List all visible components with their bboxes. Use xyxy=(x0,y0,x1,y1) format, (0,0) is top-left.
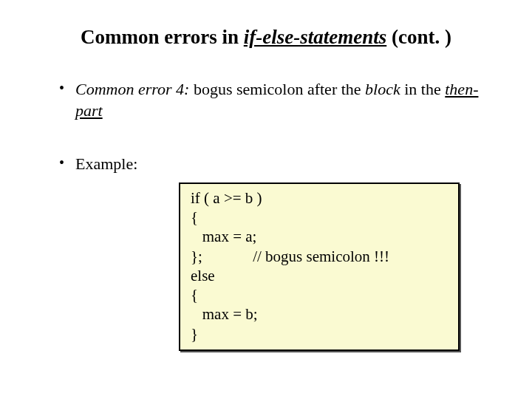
bullet-error-description: Common error 4: bogus semicolon after th… xyxy=(59,78,494,122)
code-line-2: { xyxy=(191,208,198,226)
code-line-7: max = b; xyxy=(191,305,258,323)
error-label: Common error 4: xyxy=(75,80,189,98)
codebox-container: if ( a >= b ) { max = a; }; // bogus sem… xyxy=(179,183,460,351)
slide: Common errors in if-else-statements (con… xyxy=(0,0,532,399)
example-label: Example: xyxy=(75,154,137,173)
error-text-block: block xyxy=(365,80,400,98)
bullet-list: Common error 4: bogus semicolon after th… xyxy=(59,78,494,351)
error-text-1: bogus semicolon after the xyxy=(189,80,365,98)
title-suffix: (cont. ) xyxy=(386,26,451,48)
slide-title: Common errors in if-else-statements (con… xyxy=(38,25,494,50)
code-line-6: { xyxy=(191,286,198,304)
bullet-example: Example: if ( a >= b ) { max = a; }; // … xyxy=(59,153,494,351)
code-line-5: else xyxy=(191,267,215,284)
title-topic: if-else-statements xyxy=(244,26,386,48)
code-line-8: } xyxy=(191,325,198,343)
code-line-1: if ( a >= b ) xyxy=(191,189,262,207)
title-prefix: Common errors in xyxy=(81,26,244,48)
error-text-2: in the xyxy=(400,80,446,98)
code-example: if ( a >= b ) { max = a; }; // bogus sem… xyxy=(179,183,460,351)
code-line-3: max = a; xyxy=(191,228,256,245)
code-line-4: }; // bogus semicolon !!! xyxy=(191,248,389,265)
